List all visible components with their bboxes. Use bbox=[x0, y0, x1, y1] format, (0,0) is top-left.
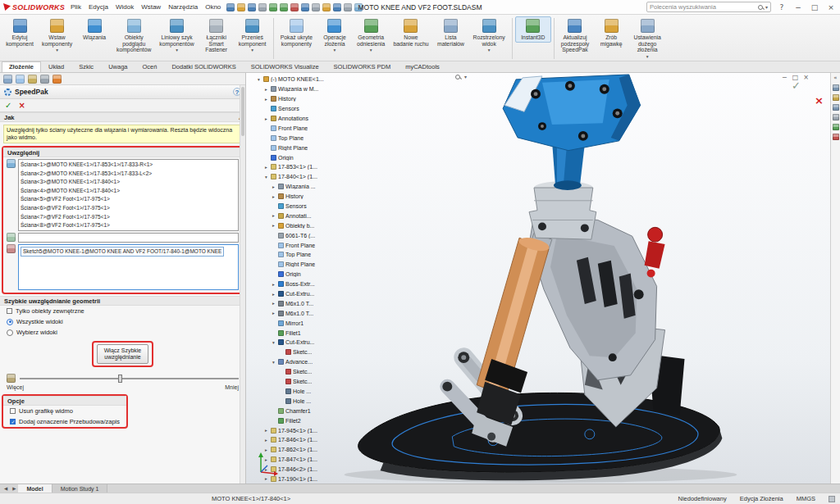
zoom-icon[interactable] bbox=[455, 75, 460, 79]
select-icon[interactable] bbox=[290, 3, 299, 11]
feature-tree-tab-icon[interactable] bbox=[3, 75, 12, 84]
tree-item[interactable]: Origin bbox=[256, 152, 356, 162]
search-input[interactable]: Polecenia wyszukiwania ▾ bbox=[646, 2, 771, 12]
appearances-tab-icon[interactable] bbox=[52, 75, 62, 84]
tree-item[interactable]: Sensors bbox=[256, 202, 356, 211]
search-dropdown-icon[interactable]: ▾ bbox=[765, 4, 768, 10]
graphics-viewport[interactable]: ▾(-) MOTO KNEE<1...▸Wiązania w M...▸Hist… bbox=[246, 73, 830, 484]
home-icon[interactable] bbox=[833, 84, 839, 91]
open-file-icon[interactable] bbox=[237, 3, 245, 11]
ribbon-laczniki-smart-fastener[interactable]: ŁącznikiSmartFastener bbox=[199, 16, 235, 55]
expand-right-icon[interactable]: ▸ bbox=[263, 97, 269, 102]
expand-right-icon[interactable]: ▸ bbox=[263, 438, 269, 443]
options-icon[interactable] bbox=[322, 3, 331, 11]
expand-right-icon[interactable]: ▸ bbox=[263, 87, 269, 92]
expand-right-icon[interactable]: ▸ bbox=[271, 311, 276, 316]
confirmation-corner-ok-icon[interactable]: ✓ bbox=[792, 79, 801, 92]
detail-slider[interactable] bbox=[20, 378, 239, 379]
view-palette-icon[interactable] bbox=[833, 114, 839, 120]
expand-down-icon[interactable]: ▾ bbox=[271, 340, 276, 345]
radio-icon[interactable] bbox=[7, 329, 13, 336]
tree-item[interactable]: Sensors bbox=[256, 104, 356, 114]
expand-down-icon[interactable]: ▾ bbox=[256, 77, 262, 82]
face-list-item[interactable]: Ściana<4>@MOTO KNEE<1>/17-840<1> bbox=[21, 187, 236, 196]
expand-right-icon[interactable]: ▸ bbox=[271, 184, 276, 189]
confirmation-corner-cancel-icon[interactable]: × bbox=[815, 94, 824, 107]
face-list-item[interactable]: Ściana<6>@VF2 Foot<1>/17-975<1> bbox=[21, 204, 236, 213]
radio-wybierz-widoki[interactable]: Wybierz widoki bbox=[0, 327, 245, 338]
radio-icon[interactable] bbox=[7, 319, 13, 325]
tree-item[interactable]: ▸17-945<1> (1... bbox=[256, 425, 356, 435]
face-list-item[interactable]: Ściana<1>@MOTO KNEE<1>/17-853<1>/17-833-… bbox=[21, 161, 236, 170]
tab-oceń[interactable]: Oceń bbox=[135, 61, 164, 72]
status-grid-icon[interactable] bbox=[829, 496, 835, 502]
tree-item[interactable]: ▾Cut-Extru... bbox=[256, 338, 356, 347]
view-settings-dropdown-icon[interactable]: ▾ bbox=[464, 74, 467, 79]
expand-right-icon[interactable]: ▸ bbox=[271, 223, 276, 228]
ribbon-ustawienia-duzego-zlozenia[interactable]: Ustawieniadużegozłożenia▾ bbox=[629, 16, 665, 61]
section-header-uwzglednij[interactable]: Uwzględnij bbox=[3, 148, 242, 157]
doc-minimize-icon[interactable]: − bbox=[782, 74, 788, 81]
tab-solidworks-pdm[interactable]: SOLIDWORKS PDM bbox=[326, 61, 399, 72]
new-file-icon[interactable] bbox=[226, 3, 235, 11]
checkbox-icon[interactable] bbox=[10, 408, 16, 414]
ribbon-operacje-zlozenia[interactable]: Operacjezłożenia▾ bbox=[317, 16, 353, 54]
section-header-jak[interactable]: Jak ▴ bbox=[0, 112, 245, 122]
tree-item[interactable]: Front Plane bbox=[256, 123, 356, 133]
tree-item[interactable]: ▸M6x1.0 T... bbox=[256, 308, 356, 318]
tree-item[interactable]: ▸17-853<1> (1... bbox=[256, 162, 356, 172]
design-library-icon[interactable] bbox=[833, 94, 839, 101]
face-list-item[interactable]: Ściana<8>@VF2 Foot<1>/17-975<1> bbox=[21, 221, 236, 230]
collapse-left-icon[interactable]: « bbox=[833, 75, 837, 81]
expand-right-icon[interactable]: ▸ bbox=[263, 116, 269, 121]
ribbon-aktualizuj-podzespoly-speedpak[interactable]: AktualizujpodzespołySpeedPak bbox=[557, 16, 593, 55]
ribbon-geometria-odniesienia[interactable]: Geometriaodniesienia▾ bbox=[353, 16, 389, 54]
expand-down-icon[interactable]: ▾ bbox=[263, 175, 269, 179]
help-button[interactable]: ? bbox=[776, 2, 788, 13]
menu-plik[interactable]: Plik bbox=[71, 3, 81, 11]
expand-right-icon[interactable]: ▸ bbox=[271, 301, 276, 306]
face-list-item[interactable]: Ściana<2>@MOTO KNEE<1>/17-853<1>/17-833-… bbox=[21, 170, 236, 179]
ribbon-wstaw-komponenty[interactable]: Wstawkomponenty▾ bbox=[38, 16, 76, 54]
bodies-selection-field[interactable] bbox=[18, 233, 239, 243]
minimize-button[interactable]: − bbox=[792, 2, 804, 13]
ribbon-liniowy-szyk-komponentow[interactable]: Liniowy szykkomponentów▾ bbox=[155, 16, 198, 54]
ribbon-nowe-badanie-ruchu[interactable]: Nowebadanie ruchu bbox=[389, 16, 432, 48]
tree-item[interactable]: Sketc... bbox=[256, 377, 356, 387]
tree-item[interactable]: Sketc... bbox=[256, 367, 356, 377]
save-icon[interactable] bbox=[248, 3, 256, 11]
tree-item[interactable]: ▸Obiekty b... bbox=[256, 220, 356, 230]
tree-item[interactable]: ▸17-846<1> (1... bbox=[256, 435, 356, 445]
tree-item[interactable]: Top Plane bbox=[256, 250, 356, 260]
tree-item[interactable]: Hole ... bbox=[256, 396, 356, 406]
tree-item[interactable]: Hole ... bbox=[256, 387, 356, 397]
menu-edycja[interactable]: Edycja bbox=[89, 3, 108, 11]
cancel-button[interactable]: × bbox=[18, 101, 25, 110]
tab-uwaga[interactable]: Uwaga bbox=[101, 61, 135, 72]
menu-widok[interactable]: Widok bbox=[116, 3, 134, 11]
dimxpert-tab-icon[interactable] bbox=[40, 75, 49, 84]
checkbox-usuń-grafikę-widmo[interactable]: Usuń grafikę widmo bbox=[3, 406, 126, 416]
tab-mycadtools[interactable]: myCADtools bbox=[398, 61, 447, 72]
section-view-icon[interactable] bbox=[344, 3, 352, 11]
tree-item[interactable]: Chamfer1 bbox=[256, 406, 356, 415]
checkbox-icon[interactable] bbox=[7, 308, 12, 314]
ribbon-lista-materialow[interactable]: Listamateriałów bbox=[432, 16, 468, 48]
tabs-scroll-right-icon[interactable]: ▶ bbox=[10, 486, 18, 491]
ok-button[interactable]: ✓ bbox=[5, 101, 11, 110]
configurations-tab-icon[interactable] bbox=[28, 75, 37, 84]
slider-thumb[interactable] bbox=[118, 375, 122, 383]
expand-right-icon[interactable]: ▸ bbox=[263, 428, 269, 433]
ribbon-rozstrzelony-widok[interactable]: Rozstrzelonywidok▾ bbox=[468, 16, 509, 54]
wlacz-szybkie-button[interactable]: Włącz Szybkieuwzględnianie bbox=[97, 344, 149, 364]
appearance-icon[interactable] bbox=[333, 3, 341, 11]
maximize-button[interactable]: □ bbox=[809, 2, 820, 13]
tree-item[interactable]: ▸Cut-Extru... bbox=[256, 289, 356, 299]
tree-item[interactable]: ▸History bbox=[256, 94, 356, 104]
tree-item[interactable]: Fillet1 bbox=[256, 328, 356, 338]
expand-right-icon[interactable]: ▸ bbox=[271, 282, 276, 287]
tree-item[interactable]: ▸Boss-Extr... bbox=[256, 279, 356, 289]
sketch-selection-box[interactable]: Sketch5@MOTO KNEE-1@MOTO KNEE AND VF2 FO… bbox=[18, 244, 239, 290]
tree-item[interactable]: Top Plane bbox=[256, 133, 356, 143]
tree-item[interactable]: Fillet2 bbox=[256, 415, 356, 425]
